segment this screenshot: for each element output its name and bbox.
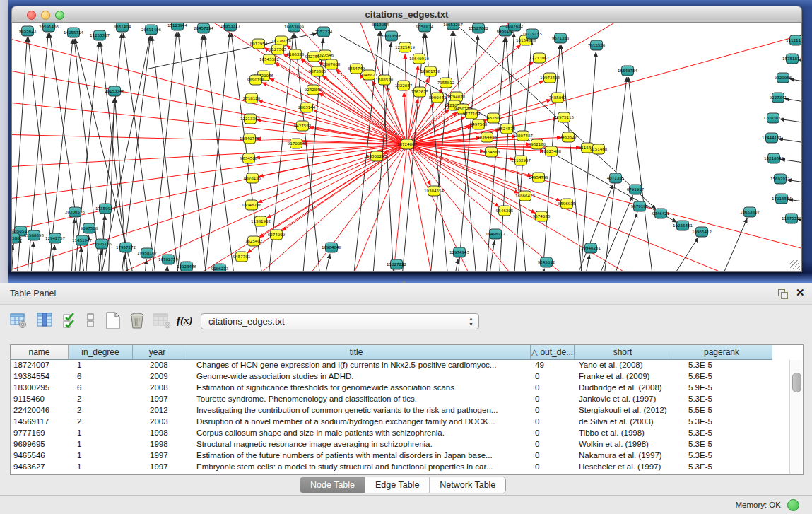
table-cell[interactable]: 2009 bbox=[133, 371, 182, 382]
table-cell[interactable]: 9115460 bbox=[11, 394, 69, 405]
table-cell[interactable]: 0 bbox=[531, 371, 575, 382]
citation-edge-black[interactable] bbox=[788, 199, 802, 212]
graph-node[interactable]: 9146821 bbox=[360, 70, 378, 80]
table-cell[interactable]: 5.3E-5 bbox=[671, 450, 772, 462]
table-cell[interactable]: de Silva et al. (2003) bbox=[575, 416, 671, 428]
table-cell[interactable]: Yano et al. (2008) bbox=[575, 360, 671, 371]
table-cell[interactable]: 5.3E-5 bbox=[671, 428, 772, 439]
table-cell[interactable]: 5.9E-5 bbox=[671, 382, 772, 394]
graph-node[interactable]: 2718120 bbox=[243, 93, 261, 103]
table-row[interactable]: 1872400712008Changes of HCN gene express… bbox=[11, 360, 803, 371]
table-cell[interactable]: 1998 bbox=[133, 428, 182, 439]
graph-node[interactable]: 9457791 bbox=[233, 252, 251, 262]
table-cell[interactable]: 1997 bbox=[133, 462, 182, 473]
table-cell[interactable]: 14569117 bbox=[11, 416, 69, 428]
table-vertical-scrollbar[interactable] bbox=[789, 360, 802, 474]
graph-node[interactable]: 7615526 bbox=[588, 40, 606, 50]
graph-node[interactable]: 9227341 bbox=[770, 93, 787, 103]
table-cell[interactable]: Investigating the contribution of common… bbox=[182, 405, 531, 416]
citation-edge-black[interactable] bbox=[453, 35, 478, 272]
network-canvas[interactable]: 1872400789129541822605891275051654338281… bbox=[11, 23, 802, 272]
table-cell[interactable]: 0 bbox=[531, 439, 575, 450]
graph-node[interactable]: 9777169 bbox=[463, 109, 481, 119]
table-cell[interactable]: 9777169 bbox=[11, 428, 69, 439]
table-cell[interactable]: 5.3E-5 bbox=[671, 416, 772, 428]
graph-node[interactable]: 20153346 bbox=[105, 86, 124, 96]
table-cell[interactable]: Jankovic et al. (1997) bbox=[575, 394, 671, 405]
graph-node[interactable]: 9327546 bbox=[317, 50, 334, 60]
graph-node[interactable]: 6274099 bbox=[268, 230, 286, 240]
citation-edge-black[interactable] bbox=[601, 212, 637, 272]
tab-edge-table[interactable]: Edge Table bbox=[365, 477, 430, 493]
network-window-titlebar[interactable]: citations_edges.txt bbox=[11, 6, 802, 23]
citation-edge-black[interactable] bbox=[152, 36, 184, 272]
graph-node[interactable]: 10965412 bbox=[692, 227, 712, 237]
graph-node[interactable]: 9151468 bbox=[590, 144, 608, 154]
float-window-icon[interactable] bbox=[778, 289, 787, 298]
table-cell[interactable]: 5.3E-5 bbox=[671, 360, 772, 371]
graph-node[interactable]: 9186213 bbox=[211, 264, 229, 272]
graph-node[interactable]: 12975115 bbox=[554, 112, 574, 122]
table-cell[interactable]: 9699695 bbox=[11, 439, 69, 450]
graph-node[interactable]: 12093877 bbox=[763, 113, 783, 123]
graph-node[interactable]: 19384554 bbox=[424, 186, 444, 196]
table-cell[interactable]: Nakamura et al. (1997) bbox=[575, 450, 671, 462]
table-cell[interactable]: Franke et al. (2009) bbox=[575, 371, 671, 382]
table-cell[interactable]: Tibbo et al. (1998) bbox=[575, 428, 671, 439]
table-cell[interactable]: Wolkin et al. (1998) bbox=[575, 439, 671, 450]
network-table-select[interactable]: citations_edges.txt ▲▼ bbox=[201, 313, 479, 329]
citation-edge-red[interactable] bbox=[407, 144, 536, 214]
citation-edge-black[interactable] bbox=[178, 32, 213, 272]
table-cell[interactable]: Structural magnetic resonance image aver… bbox=[182, 439, 531, 450]
table-cell[interactable]: Genome-wide association studies in ADHD. bbox=[182, 371, 531, 382]
column-header-name[interactable]: name bbox=[11, 345, 69, 360]
table-cell[interactable]: Stergiakouli et al. (2012) bbox=[575, 405, 671, 416]
graph-node[interactable]: 10653287 bbox=[443, 23, 463, 30]
graph-node[interactable]: 7955812 bbox=[437, 78, 455, 88]
graph-node[interactable]: 1362625 bbox=[411, 87, 429, 97]
graph-node[interactable]: 9679190 bbox=[631, 201, 649, 211]
table-cell[interactable]: Dudbridge et al. (2008) bbox=[575, 382, 671, 394]
table-cell[interactable]: Tourette syndrome. Phenomenology and cla… bbox=[182, 394, 531, 405]
citation-edge-red[interactable] bbox=[12, 144, 407, 240]
graph-node[interactable]: 16853317 bbox=[220, 23, 240, 31]
graph-node[interactable]: 20591406 bbox=[39, 23, 59, 32]
graph-node[interactable]: 4071355 bbox=[607, 173, 625, 183]
table-cell[interactable]: 2008 bbox=[133, 382, 182, 394]
graph-node[interactable]: 12162957 bbox=[511, 156, 531, 165]
citation-edge-black[interactable] bbox=[163, 266, 167, 272]
table-cell[interactable]: 5.5E-5 bbox=[671, 405, 772, 416]
graph-node[interactable]: 10653807 bbox=[740, 207, 760, 217]
graph-node[interactable]: 16961758 bbox=[420, 66, 440, 76]
table-cell[interactable]: 0 bbox=[531, 394, 575, 405]
graph-node[interactable]: 8813054 bbox=[372, 23, 389, 30]
table-cell[interactable]: 19384554 bbox=[11, 371, 69, 382]
graph-node[interactable]: 15692971 bbox=[770, 174, 790, 184]
table-row[interactable]: 946554611997Estimation of the future num… bbox=[11, 450, 803, 462]
citation-edge-black[interactable] bbox=[628, 77, 659, 272]
column-visibility-icon[interactable] bbox=[37, 312, 54, 330]
table-cell[interactable]: 5.6E-5 bbox=[671, 371, 772, 382]
citation-edge-black[interactable] bbox=[789, 79, 802, 95]
graph-node[interactable]: 7825402 bbox=[245, 236, 263, 246]
citation-edge-red[interactable] bbox=[12, 127, 407, 144]
graph-node[interactable]: 17016534 bbox=[772, 194, 792, 204]
graph-node[interactable]: 7462662 bbox=[485, 113, 502, 123]
canvas-resize-grip[interactable] bbox=[790, 260, 800, 270]
table-cell[interactable]: 2012 bbox=[133, 405, 182, 416]
graph-node[interactable]: 9875685 bbox=[309, 66, 326, 76]
citation-edge-red[interactable] bbox=[12, 23, 407, 144]
row-selection-icon[interactable] bbox=[62, 312, 79, 330]
table-cell[interactable]: Estimation of significance thresholds fo… bbox=[182, 382, 531, 394]
citation-edge-black[interactable] bbox=[799, 60, 802, 76]
graph-node[interactable]: 9574036 bbox=[533, 211, 551, 221]
graph-node[interactable]: 12974943 bbox=[449, 247, 469, 257]
graph-node[interactable]: 9671358 bbox=[552, 33, 570, 43]
graph-node[interactable]: 11253307 bbox=[90, 30, 110, 40]
table-settings-icon[interactable] bbox=[10, 312, 27, 330]
graph-node[interactable]: 15751874 bbox=[782, 54, 802, 64]
graph-node[interactable]: 9346421 bbox=[652, 209, 670, 218]
citation-edge-red[interactable] bbox=[362, 144, 407, 272]
graph-node[interactable]: 9170056 bbox=[288, 139, 305, 148]
table-cell[interactable]: Disruption of a novel member of a sodium… bbox=[182, 416, 531, 428]
